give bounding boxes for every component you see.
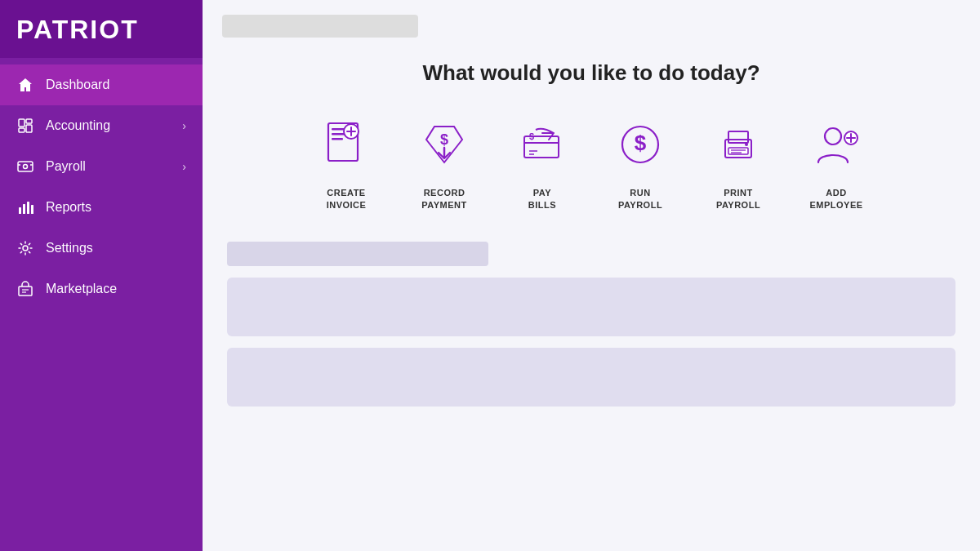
sidebar-label-settings: Settings	[46, 241, 93, 256]
run-payroll-icon: $	[608, 112, 673, 177]
settings-icon	[16, 239, 34, 257]
print-payroll-card[interactable]: PRINTPAYROLL	[702, 112, 775, 212]
sidebar-item-dashboard[interactable]: Dashboard	[0, 64, 203, 105]
svg-text:$: $	[635, 131, 647, 155]
payroll-icon	[16, 158, 34, 176]
sidebar-nav: Dashboard Accounting ›	[0, 64, 203, 309]
sidebar-label-accounting: Accounting	[46, 118, 110, 133]
record-payment-icon: $	[412, 112, 477, 177]
record-payment-card[interactable]: $ RECORDPAYMENT	[408, 112, 481, 212]
svg-rect-3	[19, 128, 24, 132]
svg-point-5	[24, 165, 28, 169]
svg-rect-8	[19, 207, 21, 214]
svg-rect-33	[728, 148, 748, 154]
pay-bills-card[interactable]: $ PAYBILLS	[506, 112, 579, 212]
main-content: What would you like to do today? CREATEI	[203, 0, 980, 551]
sidebar-item-accounting[interactable]: Accounting ›	[0, 105, 203, 146]
marketplace-icon	[16, 280, 34, 298]
accounting-icon	[16, 117, 34, 135]
sidebar-label-marketplace: Marketplace	[46, 282, 117, 296]
sidebar-logo: PATRIOT	[0, 0, 203, 58]
svg-point-12	[23, 246, 28, 251]
svg-rect-9	[23, 204, 25, 214]
sidebar-item-marketplace[interactable]: Marketplace	[0, 269, 203, 309]
sidebar-item-reports[interactable]: Reports	[0, 187, 203, 228]
home-icon	[16, 76, 34, 94]
run-payroll-card[interactable]: $ RUNPAYROLL	[604, 112, 677, 212]
placeholder-large-2	[227, 348, 956, 407]
pay-bills-icon: $	[510, 112, 575, 177]
svg-text:$: $	[529, 131, 534, 141]
main-heading: What would you like to do today?	[227, 60, 956, 86]
sidebar-label-dashboard: Dashboard	[46, 78, 109, 92]
create-invoice-icon	[314, 112, 379, 177]
svg-rect-11	[31, 205, 33, 214]
top-bar-placeholder	[222, 15, 418, 38]
chevron-right-icon-2: ›	[182, 160, 186, 173]
svg-rect-1	[26, 119, 32, 123]
create-invoice-card[interactable]: CREATEINVOICE	[310, 112, 383, 212]
print-payroll-icon	[706, 112, 771, 177]
placeholder-small	[227, 242, 488, 266]
add-employee-icon	[804, 112, 869, 177]
action-cards: CREATEINVOICE $ RECORDPAYMENT	[227, 112, 956, 212]
sidebar: PATRIOT Dashboard Accounting ›	[0, 0, 203, 551]
svg-rect-32	[728, 131, 748, 143]
svg-rect-19	[332, 138, 343, 140]
reports-icon	[16, 198, 34, 216]
add-employee-label: ADDEMPLOYEE	[809, 187, 862, 212]
sidebar-label-payroll: Payroll	[46, 159, 86, 174]
top-bar	[203, 0, 980, 52]
sidebar-item-payroll[interactable]: Payroll ›	[0, 146, 203, 187]
placeholder-large-1	[227, 278, 956, 336]
record-payment-label: RECORDPAYMENT	[421, 187, 466, 212]
pay-bills-label: PAYBILLS	[528, 187, 556, 212]
logo-text: PATRIOT	[16, 15, 139, 44]
sidebar-label-reports: Reports	[46, 200, 91, 215]
add-employee-card[interactable]: ADDEMPLOYEE	[800, 112, 873, 212]
sidebar-item-settings[interactable]: Settings	[0, 228, 203, 269]
chevron-right-icon: ›	[182, 119, 186, 132]
svg-rect-10	[27, 202, 29, 214]
svg-point-37	[825, 128, 841, 144]
svg-rect-4	[18, 162, 33, 171]
svg-rect-2	[26, 125, 32, 132]
create-invoice-label: CREATEINVOICE	[327, 187, 367, 212]
svg-text:$: $	[440, 131, 448, 148]
svg-rect-0	[19, 119, 24, 127]
run-payroll-label: RUNPAYROLL	[618, 187, 662, 212]
svg-point-34	[745, 143, 748, 146]
svg-rect-13	[19, 287, 32, 295]
print-payroll-label: PRINTPAYROLL	[716, 187, 760, 212]
content-area: What would you like to do today? CREATEI	[203, 52, 980, 551]
